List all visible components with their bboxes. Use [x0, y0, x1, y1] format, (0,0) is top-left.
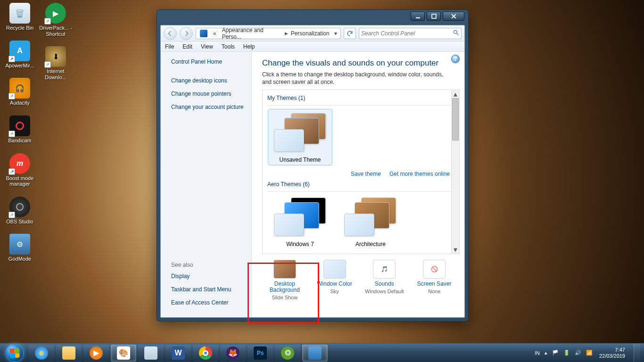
taskbar-chrome[interactable]	[193, 345, 218, 362]
screen-saver-link[interactable]: 🚫 Screen Saver None	[412, 258, 457, 296]
desktop-icon-bandicam[interactable]: ↗ Bandicam	[3, 115, 37, 144]
tray-language[interactable]: IN	[535, 350, 540, 356]
refresh-button[interactable]	[344, 28, 356, 39]
tray-action-center-icon[interactable]: 🏳️	[552, 350, 559, 356]
taskbar-notepad[interactable]	[138, 345, 164, 362]
svg-point-4	[454, 30, 457, 33]
close-button[interactable]	[443, 12, 464, 21]
breadcrumb-appearance[interactable]: Appearance and Perso...	[219, 28, 285, 39]
sidebar-display[interactable]: Display	[171, 273, 246, 280]
nav-forward-button[interactable]	[180, 27, 193, 40]
start-button[interactable]	[2, 344, 27, 362]
taskbar-control-panel[interactable]	[302, 345, 328, 362]
headphones-icon: 🎧	[15, 84, 25, 93]
menu-file[interactable]: File	[161, 41, 178, 51]
desktop-icon-audacity[interactable]: 🎧↗ Audacity	[3, 78, 37, 106]
save-theme-link[interactable]: Save theme	[351, 171, 381, 177]
taskbar-photoshop[interactable]: Ps	[248, 345, 273, 362]
theme-architecture[interactable]: Architecture	[339, 196, 402, 247]
desktop-icon-label: ApowerMir...	[5, 63, 34, 69]
help-icon[interactable]: ?	[451, 55, 460, 63]
sidebar-change-mouse-pointers[interactable]: Change mouse pointers	[171, 90, 246, 97]
taskbar-wmp[interactable]: ▶	[83, 345, 109, 362]
desktop-icon-label: GodMode	[8, 256, 31, 262]
sidebar-change-desktop-icons[interactable]: Change desktop icons	[171, 77, 246, 84]
themes-list[interactable]: My Themes (1) Unsaved Theme Save theme G…	[262, 90, 460, 254]
shortcut-arrow-icon: ↗	[8, 93, 15, 99]
refresh-icon	[347, 30, 353, 37]
personalization-shortcuts: Desktop Background Slide Show Window Col…	[262, 254, 460, 315]
trash-icon: 🗑️	[15, 9, 25, 18]
tray-clock[interactable]: 7:47 22/03/2019	[597, 347, 627, 358]
themes-scrollbar[interactable]: ▴ ▾	[451, 90, 459, 254]
search-icon[interactable]	[453, 29, 459, 38]
tray-network-icon[interactable]: 📶	[586, 350, 593, 356]
sidebar-see-also: See also Display Taskbar and Start Menu …	[171, 262, 246, 313]
desktop-icon-recycle-bin[interactable]: 🗑️ Recycle Bin	[3, 3, 37, 31]
window-content: « Appearance and Perso... ▶ Personalizat…	[160, 25, 465, 318]
breadcrumb-prefix[interactable]: «	[210, 28, 219, 39]
theme-unsaved[interactable]: Unsaved Theme	[268, 109, 332, 165]
desktop-icon-driverpack[interactable]: ▶↗ DriverPack... - Shortcut	[39, 3, 73, 37]
tray-battery-icon[interactable]: 🔋	[563, 350, 570, 356]
theme-windows7[interactable]: Windows 7	[268, 196, 332, 247]
sidebar-ease-of-access[interactable]: Ease of Access Center	[171, 299, 246, 306]
scroll-down-icon[interactable]: ▾	[452, 246, 459, 254]
nav-back-button[interactable]	[164, 27, 177, 40]
menu-help[interactable]: Help	[239, 41, 259, 51]
shortcut-sub: Windows Default	[365, 288, 404, 294]
breadcrumb-personalization[interactable]: Personalization	[288, 28, 332, 39]
sidebar-taskbar-startmenu[interactable]: Taskbar and Start Menu	[171, 286, 246, 293]
scroll-thumb[interactable]	[452, 98, 459, 140]
desktop-col-1: 🗑️ Recycle Bin A↗ ApowerMir... 🎧↗ Audaci…	[3, 3, 37, 262]
svg-rect-1	[432, 14, 436, 18]
theme-name: Architecture	[355, 241, 386, 247]
desktop-icon-label: Bandicam	[8, 138, 32, 144]
desktop-icon-boost-mode[interactable]: m↗ Boost mode manager	[3, 153, 37, 187]
menu-tools[interactable]: Tools	[217, 41, 239, 51]
search-input[interactable]	[361, 30, 453, 37]
scroll-up-icon[interactable]: ▴	[452, 90, 459, 98]
clock-time: 7:47	[599, 347, 625, 353]
taskbar-corel[interactable]: ❂	[275, 345, 300, 362]
clock-date: 22/03/2019	[599, 353, 625, 359]
window-color-icon	[323, 260, 346, 279]
desktop-icon-obs[interactable]: ↗ OBS Studio	[3, 197, 37, 225]
search-box[interactable]	[359, 28, 462, 39]
taskbar-explorer[interactable]	[56, 345, 82, 362]
desktop-icon-label: Boost mode manager	[3, 175, 37, 187]
shortcut-sub: None	[428, 288, 440, 294]
window-color-link[interactable]: Window Color Sky	[312, 258, 357, 296]
taskbar-firefox[interactable]: 🦊	[220, 345, 246, 362]
sidebar-change-account-picture[interactable]: Change your account picture	[171, 104, 246, 110]
tray-show-hidden-icon[interactable]: ▴	[545, 350, 547, 356]
system-tray: IN ▴ 🏳️ 🔋 🔊 📶 7:47 22/03/2019	[535, 344, 642, 362]
shortcut-arrow-icon: ↗	[8, 56, 15, 62]
desktop-icon-godmode[interactable]: ⚙ GodMode	[3, 234, 37, 262]
address-bar[interactable]: « Appearance and Perso... ▶ Personalizat…	[196, 28, 341, 39]
arrow-right-icon	[183, 31, 189, 36]
taskbar-paint[interactable]: 🎨	[111, 345, 136, 362]
taskbar-ie[interactable]: e	[29, 345, 54, 362]
menu-edit[interactable]: Edit	[178, 41, 197, 51]
menu-view[interactable]: View	[197, 41, 217, 51]
shortcut-arrow-icon: ↗	[8, 212, 15, 218]
tray-volume-icon[interactable]: 🔊	[575, 350, 581, 356]
svg-line-5	[457, 33, 459, 35]
taskbar-word[interactable]: W	[165, 345, 191, 362]
desktop-icon-label: Recycle Bin	[6, 25, 33, 31]
folder-icon	[62, 346, 75, 360]
shortcut-sub: Slide Show	[272, 295, 297, 300]
menu-bar: File Edit View Tools Help	[161, 41, 464, 52]
breadcrumb-dropdown[interactable]: ▾	[332, 30, 339, 37]
desktop-icon-apowermirror[interactable]: A↗ ApowerMir...	[3, 41, 37, 69]
windows-orb-icon	[6, 344, 24, 362]
get-more-themes-link[interactable]: Get more themes online	[389, 171, 450, 177]
desktop-icon-idm[interactable]: ⬇↗ Internet Downlo...	[39, 46, 73, 80]
minimize-button[interactable]	[411, 12, 425, 21]
sidebar-control-panel-home[interactable]: Control Panel Home	[171, 58, 246, 65]
sounds-link[interactable]: 🎵 Sounds Windows Default	[362, 258, 407, 296]
desktop-background-link[interactable]: Desktop Background Slide Show	[262, 258, 307, 302]
maximize-button[interactable]	[427, 12, 441, 21]
show-desktop-button[interactable]	[634, 344, 640, 362]
